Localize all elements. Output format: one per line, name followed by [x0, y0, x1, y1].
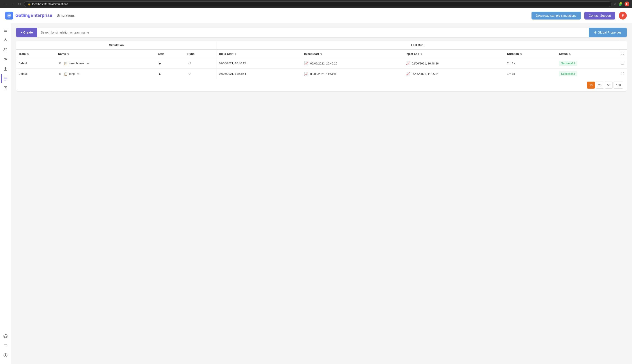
sidebar-item-upload[interactable]	[1, 64, 10, 73]
row-checkbox-1[interactable]	[621, 72, 624, 75]
contact-support-button[interactable]: Contact Support	[584, 12, 615, 20]
row-checkbox-0[interactable]	[621, 62, 624, 64]
svg-rect-10	[4, 79, 8, 80]
svg-rect-9	[4, 78, 8, 78]
cell-checkbox-1	[618, 69, 627, 79]
table-row: Default ⧉ 📋 long ✏ ▶ ↺ 05/05/2021, 11:53…	[16, 69, 627, 79]
cell-name-1: ⧉ 📋 long ✏	[56, 69, 156, 79]
address-bar[interactable]: 🔒 localhost:3000/#/simulations	[24, 1, 612, 7]
svg-point-6	[6, 48, 7, 49]
col-runs: Runs	[185, 50, 217, 58]
file-icon-1[interactable]: 📋	[63, 72, 69, 76]
svg-rect-1	[4, 29, 7, 30]
sidebar-item-plugins[interactable]	[1, 332, 10, 340]
search-input[interactable]	[37, 28, 589, 37]
history-icon-1[interactable]: ↺	[187, 72, 192, 76]
profile-icon[interactable]: F	[624, 2, 629, 6]
url-text: localhost:3000/#/simulations	[32, 2, 68, 6]
status-badge-0: Successful	[559, 61, 577, 66]
pagination: 10 25 50 100	[16, 79, 627, 91]
page-size-25[interactable]: 25	[596, 82, 604, 88]
table-col-header-row: Team ⇅ Name ⇅ Start Runs Build Start ▼ I…	[16, 50, 627, 58]
page-size-10[interactable]: 10	[587, 82, 595, 88]
play-button-1[interactable]: ▶	[158, 72, 162, 76]
download-sample-button[interactable]: Download sample simulations	[531, 12, 581, 20]
svg-rect-8	[4, 77, 8, 78]
svg-point-7	[4, 58, 6, 60]
col-start: Start	[156, 50, 185, 58]
col-team[interactable]: Team ⇅	[16, 50, 56, 58]
cell-inject-start-1: 📈 05/05/2021, 11:54:00	[302, 69, 403, 79]
cell-build-start-0: 02/06/2021, 16:46:15	[217, 58, 302, 69]
col-duration[interactable]: Duration ⇅	[505, 50, 557, 58]
svg-rect-2	[4, 30, 7, 30]
page-size-100[interactable]: 100	[613, 82, 623, 88]
cell-inject-end-1: 📈 05/05/2021, 11:55:01	[404, 69, 505, 79]
history-icon-0[interactable]: ↺	[187, 61, 192, 66]
svg-rect-11	[4, 80, 6, 80]
logo-text: GatlingEnterprise	[15, 13, 52, 18]
cell-team-0: Default	[16, 58, 56, 69]
edit-icon-1[interactable]: ✏	[76, 72, 81, 76]
sidebar-item-info[interactable]	[1, 351, 10, 360]
simulation-group-header: Simulation	[16, 41, 217, 50]
page-size-50[interactable]: 50	[605, 82, 613, 88]
sidebar-item-reports[interactable]	[1, 84, 10, 92]
cell-inject-end-0: 📈 02/06/2021, 16:48:26	[404, 58, 505, 69]
global-properties-button[interactable]: ⚙ Global Properties	[589, 28, 627, 37]
col-build-start[interactable]: Build Start ▼	[217, 50, 302, 58]
col-status[interactable]: Status ⇅	[557, 50, 618, 58]
main-content: + Create ⚙ Global Properties Simulation …	[11, 23, 632, 364]
cell-duration-1: 1m 1s	[505, 69, 557, 79]
cell-build-start-1: 05/05/2021, 11:53:54	[217, 69, 302, 79]
col-name[interactable]: Name ⇅	[56, 50, 156, 58]
cell-team-1: Default	[16, 69, 56, 79]
chart-icon-inject-start-1: 📈	[304, 72, 308, 76]
file-icon-0[interactable]: 📋	[63, 61, 69, 66]
cell-duration-0: 2m 1s	[505, 58, 557, 69]
cell-start-0: ▶	[156, 58, 185, 69]
reload-button[interactable]: ↻	[17, 2, 22, 6]
sidebar-item-teams[interactable]	[1, 45, 10, 54]
forward-button[interactable]: →	[10, 2, 16, 6]
copy-icon-0[interactable]: ⧉	[58, 61, 62, 66]
col-checkbox	[618, 50, 627, 58]
cell-runs-0: ↺	[185, 58, 217, 69]
create-button[interactable]: + Create	[16, 28, 37, 37]
back-button[interactable]: ←	[3, 2, 9, 6]
browser-bar: ← → ↻ 🔒 localhost:3000/#/simulations ☆ 🧩…	[0, 0, 632, 8]
app-header: GatlingEnterprise Simulations Download s…	[0, 8, 632, 23]
chart-icon-inject-start-0: 📈	[304, 62, 308, 65]
simulations-table: Simulation Last Run Team ⇅ Name ⇅ Start …	[16, 41, 627, 91]
sidebar-item-profile[interactable]	[1, 36, 10, 44]
table-group-header-row: Simulation Last Run	[16, 41, 627, 50]
cell-runs-1: ↺	[185, 69, 217, 79]
sidebar-item-menu[interactable]	[1, 26, 10, 35]
browser-nav-buttons: ← → ↻	[3, 2, 22, 6]
cell-name-0: ⧉ 📋 sample aws ✏	[56, 58, 156, 69]
col-inject-start[interactable]: Inject Start ⇅	[302, 50, 403, 58]
status-badge-1: Successful	[559, 71, 577, 76]
copy-icon-1[interactable]: ⧉	[58, 72, 62, 76]
sidebar-item-simulations[interactable]	[1, 74, 10, 83]
logo-icon	[5, 12, 13, 20]
select-all-checkbox[interactable]	[621, 52, 624, 55]
col-inject-end[interactable]: Inject End ⇅	[404, 50, 505, 58]
cell-start-1: ▶	[156, 69, 185, 79]
svg-rect-3	[4, 31, 7, 32]
browser-icons: ☆ 🧩 F	[613, 2, 629, 6]
cell-inject-start-0: 📈 02/06/2021, 16:46:25	[302, 58, 403, 69]
sidebar-item-docs[interactable]	[1, 341, 10, 350]
user-avatar[interactable]: F	[619, 12, 627, 20]
logo-area: GatlingEnterprise	[5, 12, 52, 20]
page-title: Simulations	[57, 14, 75, 18]
sidebar-item-keys[interactable]	[1, 55, 10, 64]
extension-icon[interactable]: 🧩	[618, 2, 623, 6]
star-icon[interactable]: ☆	[613, 2, 617, 6]
table-row: Default ⧉ 📋 sample aws ✏ ▶ ↺ 02/06/2021,…	[16, 58, 627, 69]
cell-checkbox-0	[618, 58, 627, 69]
edit-icon-0[interactable]: ✏	[86, 61, 90, 66]
cell-status-0: Successful	[557, 58, 618, 69]
chart-icon-inject-end-1: 📈	[406, 72, 410, 76]
play-button-0[interactable]: ▶	[158, 61, 162, 66]
